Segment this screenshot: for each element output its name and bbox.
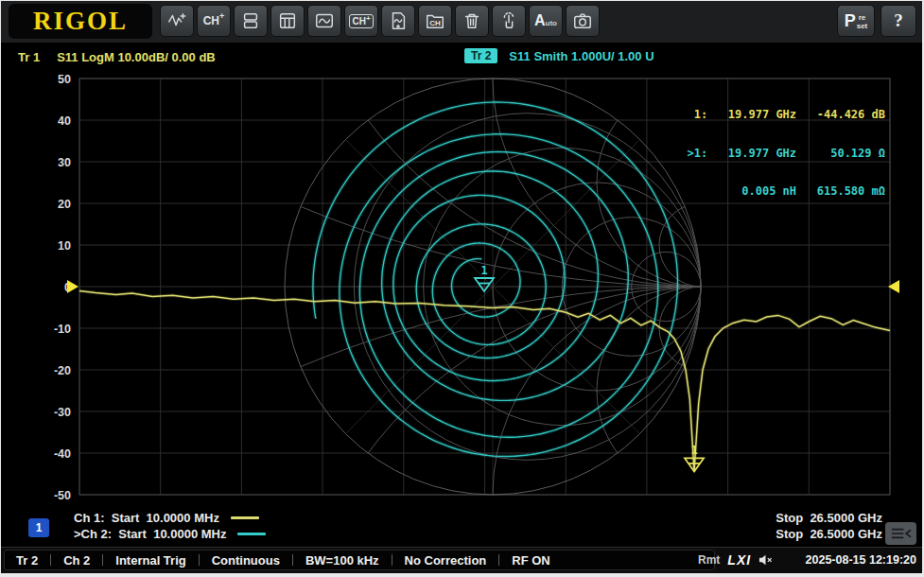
preset-button[interactable]: P reset [837,5,875,37]
channel2-start-label: >Ch 2: Start 10.0000 MHz [74,527,226,541]
y-axis-tick: -50 [54,489,71,502]
y-axis-tick: -10 [54,323,71,336]
marker1-trace1-readout: 1: 19.977 GHz -44.426 dB [680,109,885,122]
y-axis-tick: 50 [58,73,71,86]
y-axis-tick: -30 [54,406,71,419]
screenshot-button[interactable] [566,5,600,37]
y-axis-tick: 30 [58,156,71,169]
trace2-glow [313,102,678,457]
marker1-trace2-readout2: 0.005 nH 615.580 mΩ [680,185,885,199]
preset-label: P [845,11,856,31]
status-if-bandwidth[interactable]: BW=100 kHz [305,553,379,568]
status-rf-output[interactable]: RF ON [512,553,549,568]
trace-window-button[interactable] [307,5,341,37]
window-layout-button[interactable] [234,5,268,37]
marker1-trace2-readout: >1: 19.977 GHz 50.129 Ω [680,148,885,161]
channel2-info[interactable]: >Ch 2: Start 10.0000 MHz [74,527,266,541]
delete-button[interactable] [455,5,489,37]
trace1-logmag-trace [79,290,890,471]
channel-badge: 1 [28,518,49,537]
trace2-desc: S11 Smith 1.000U/ 1.00 U [509,49,654,63]
touch-icon [498,10,519,31]
status-right-group: Rmt LXI 2025-08-15 12:19:20 [698,550,916,570]
plus-icon: + [219,11,224,21]
status-correction[interactable]: No Correction [405,553,487,568]
y-axis-labels: 50403020100-10-20-30-40-50 [54,73,71,502]
status-left-group: Tr 2 Ch 2 Internal Trig Continuous BW=10… [4,550,715,570]
channel1-info[interactable]: Ch 1: Start 10.0000 MHz [74,511,259,525]
divider [102,554,103,566]
y-axis-tick: -20 [54,364,71,377]
add-channel-button[interactable]: CH+ [197,5,231,37]
status-sweep-mode[interactable]: Continuous [212,553,280,568]
status-trigger-source[interactable]: Internal Trig [115,553,185,568]
y-axis-tick: 10 [58,239,71,253]
add-channel-label: CH [203,14,219,27]
ref-level-marker-right[interactable] [888,280,899,293]
lxi-logo: LXI [727,552,751,568]
help-button[interactable]: ? [880,5,916,37]
trace-document-icon [388,10,409,31]
svg-text:1: 1 [480,264,487,277]
trace2-smith-trace [313,102,678,457]
svg-text:1: 1 [690,444,697,457]
collapse-menu-button[interactable] [885,522,916,545]
toolbar-buttons: CH+ CH+ CH [160,5,600,37]
auto-label: A [534,12,546,29]
trace1-glow [79,290,890,471]
y-axis-tick: -40 [54,447,71,461]
vna-screen: RIGOL CH+ CH+ [0,0,924,577]
channel1-stop-label: Stop 26.5000 GHz [776,511,882,525]
trace2-color-swatch [237,533,266,535]
trace-window-icon [314,10,335,31]
y-axis-tick: 40 [58,114,71,128]
channel-window-button[interactable]: CH+ [344,5,378,37]
remote-indicator: Rmt [698,553,720,567]
trace1-color-swatch [231,516,259,519]
rigol-logo: RIGOL [9,4,152,39]
waveform-add-icon [166,10,187,31]
trash-icon [462,10,482,31]
marker1-trace2[interactable]: 1 [475,264,494,291]
trace1-desc: S11 LogM 10.00dB/ 0.00 dB [57,50,216,64]
auto-button[interactable]: Auto [529,5,563,37]
menu-collapse-icon [890,526,913,541]
ref-level-marker-left[interactable] [67,280,78,293]
trace2-info[interactable]: Tr 2 S11 Smith 1.000U/ 1.00 U [464,48,654,63]
new-trace-button[interactable] [160,5,194,37]
divider [392,554,392,566]
marker-readout: 1: 19.977 GHz -44.426 dB >1: 19.977 GHz … [680,83,885,224]
trace2-active-badge[interactable]: Tr 2 [464,48,497,63]
divider [498,554,499,566]
touch-button[interactable] [492,5,526,37]
y-axis-tick: 0 [64,281,71,294]
y-axis-tick: 20 [58,198,71,211]
toolbar: RIGOL CH+ CH+ [1,1,922,44]
datetime: 2025-08-15 12:19:20 [806,553,916,567]
divider [50,554,51,566]
folder-ch-label: CH [429,18,441,26]
help-icon: ? [894,10,903,31]
status-active-trace[interactable]: Tr 2 [16,553,38,568]
save-trace-button[interactable] [381,5,415,37]
marker1-trace1[interactable]: 1 [685,444,704,471]
divider [199,554,200,566]
trace1-id: Tr 1 [18,50,40,64]
meas-table-icon [277,10,298,31]
recall-channel-button[interactable]: CH [418,5,452,37]
window-layout-icon [240,10,261,31]
toolbar-right-buttons: P reset ? [837,5,916,37]
channel-box-icon: CH+ [349,14,373,28]
status-bar: Tr 2 Ch 2 Internal Trig Continuous BW=10… [1,547,922,573]
channel1-start-label: Ch 1: Start 10.0000 MHz [74,511,219,525]
divider [292,554,293,566]
trace1-info[interactable]: Tr 1S11 LogM 10.00dB/ 0.00 dB [18,50,216,64]
camera-icon [572,10,593,31]
measurement-setup-button[interactable] [270,5,305,37]
speaker-muted-icon[interactable] [758,553,773,567]
channel2-stop-label: Stop 26.5000 GHz [776,527,882,541]
status-active-channel[interactable]: Ch 2 [63,553,90,568]
